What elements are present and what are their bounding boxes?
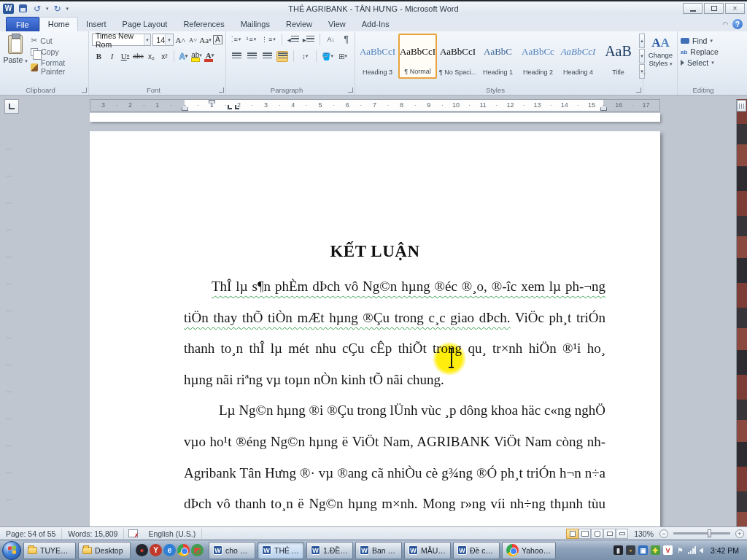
yahoo-messenger-app-icon[interactable]: Y (150, 544, 162, 556)
borders-icon[interactable]: ⊞▾ (337, 51, 349, 62)
change-styles-button[interactable]: AA Change Styles ▾ (646, 34, 675, 68)
document-body[interactable]: ThÎ lµ s¶n phÈm dÞch vô Ng©n hµng ®éc ®¸… (184, 271, 605, 520)
tab-file[interactable]: File (6, 17, 39, 31)
tab-view[interactable]: View (320, 17, 354, 31)
web-layout-view-icon[interactable] (591, 529, 603, 539)
align-left-icon[interactable] (231, 51, 242, 62)
style-heading-1[interactable]: AaBbCHeading 1 (479, 34, 517, 79)
taskbar-word-c-n[interactable]: WĐề cươn... (453, 542, 500, 559)
ruler-toggle-button[interactable] (737, 100, 746, 112)
language-indicator[interactable]: English (U.S.) (142, 529, 201, 538)
document-line[interactable]: thanh to¸n thÎ lµ mét nhu cÇu cÊp thiÕt … (184, 333, 605, 365)
cut-button[interactable]: ✂ Cut (31, 36, 86, 45)
style-title[interactable]: AaBTitle (599, 34, 638, 79)
draft-view-icon[interactable] (616, 529, 628, 539)
document-line[interactable]: vµo ho¹t ®éng Ng©n hµng ë ViÖt Nam, AGRI… (184, 427, 605, 458)
undo-dropdown-icon[interactable]: ▾ (46, 6, 49, 12)
chrome-app-icon[interactable] (177, 544, 190, 556)
tab-references[interactable]: References (175, 17, 232, 31)
app-tray-icon[interactable]: ▪ (626, 545, 635, 555)
style-normal[interactable]: AaBbCcI¶ Normal (398, 34, 437, 79)
font-dialog-launcher-icon[interactable] (219, 88, 224, 93)
find-button[interactable]: Find▾ (681, 36, 734, 45)
document-line[interactable]: tiÖn thay thÕ tiÒn mÆt hµng ®Çu trong c¸… (184, 303, 605, 334)
clipboard-dialog-launcher-icon[interactable] (82, 88, 87, 93)
minimize-button[interactable] (683, 3, 703, 14)
bullets-icon[interactable]: ⁚≡▾ (231, 34, 242, 45)
style-heading-3[interactable]: AaBbCcIHeading 3 (358, 34, 397, 79)
close-button[interactable]: × (725, 3, 745, 14)
select-button[interactable]: Select▾ (681, 58, 734, 67)
document-area[interactable]: KẾT LUẬN ThÎ lµ s¶n phÈm dÞch vô Ng©n hµ… (0, 112, 736, 526)
align-center-icon[interactable] (246, 51, 258, 62)
strikethrough-icon[interactable]: abc (133, 50, 144, 62)
word-logo-icon[interactable]: W (3, 4, 14, 14)
internet-app-icon[interactable]: e (163, 544, 176, 556)
outline-view-icon[interactable] (603, 529, 616, 539)
change-case-icon[interactable]: Aa▾ (200, 34, 211, 46)
save-icon[interactable] (17, 4, 28, 14)
volume-tray-icon[interactable] (699, 548, 703, 553)
zoom-slider-thumb[interactable] (708, 529, 711, 537)
taskbar-word-1-c[interactable]: W1.ĐỀ CƯ... (306, 542, 353, 559)
start-button[interactable] (2, 541, 21, 560)
shading-icon[interactable]: 🪣▾ (322, 51, 333, 62)
taskbar-chrome-window[interactable]: Yahoo M... (502, 542, 556, 559)
full-screen-reading-view-icon[interactable] (578, 529, 591, 539)
tab-add-ins[interactable]: Add-Ins (354, 17, 398, 31)
italic-icon[interactable]: I (107, 50, 117, 62)
media-tray-icon[interactable]: ▮ (614, 545, 623, 555)
tab-mailings[interactable]: Mailings (233, 17, 278, 31)
document-line[interactable]: Lµ Ng©n hµng ®i ®Çu trong lÜnh vùc ¸p dô… (184, 395, 605, 427)
line-spacing-icon[interactable]: ↕▾ (299, 51, 311, 62)
help-icon[interactable]: ? (732, 19, 743, 29)
subscript-icon[interactable]: x₂ (146, 50, 157, 62)
zoom-level[interactable]: 130% (631, 529, 657, 538)
action-center-tray-icon[interactable]: ⚑ (676, 545, 685, 555)
restore-button[interactable] (704, 3, 724, 14)
taskbar-folder-desktop[interactable]: Desktop (78, 542, 131, 559)
style-heading-2[interactable]: AaBbCcHeading 2 (519, 34, 557, 79)
numbering-icon[interactable]: ¹≡▾ (246, 34, 258, 45)
photo-app-icon[interactable]: ◩ (191, 544, 204, 556)
collapse-ribbon-icon[interactable]: ◠ (722, 20, 728, 28)
decrease-indent-icon[interactable]: ◂ (287, 34, 299, 45)
document-line[interactable]: ThÎ lµ s¶n phÈm dÞch vô Ng©n hµng ®éc ®¸… (184, 271, 605, 303)
underline-icon[interactable]: U▾ (120, 50, 131, 62)
tab-stop-selector[interactable] (4, 99, 19, 114)
multilevel-list-icon[interactable]: ⋮≡▾ (261, 34, 276, 45)
document-line[interactable]: Agribank Tân Hưng ®· vµ ®ang cã nhiÒu cè… (184, 458, 605, 489)
show-hide-paragraph-icon[interactable]: ¶ (341, 34, 352, 45)
highlight-color-icon[interactable]: ab▾ (191, 50, 202, 62)
taskbar-word-ban-han[interactable]: WBan han... (355, 542, 402, 559)
tab-insert[interactable]: Insert (78, 17, 115, 31)
undo-icon[interactable]: ↺ (31, 4, 43, 14)
word-count[interactable]: Words: 15,809 (62, 529, 123, 538)
display-tray-icon[interactable]: ▣ (638, 545, 648, 555)
font-size-combo[interactable]: 14▾ (152, 34, 174, 46)
style-heading-4[interactable]: AaBbCcIHeading 4 (559, 34, 597, 79)
taskbar-folder-tuyen-d[interactable]: TUYEN D... (23, 542, 76, 559)
zoom-in-icon[interactable]: + (735, 529, 744, 538)
zoom-slider[interactable] (673, 532, 730, 534)
text-effects-icon[interactable]: A▾ (178, 50, 189, 62)
taskbar-word-cho-vay[interactable]: Wcho vay ... (209, 542, 255, 559)
tab-home[interactable]: Home (39, 17, 78, 31)
bold-icon[interactable]: B (93, 50, 104, 62)
grow-font-icon[interactable]: A˄ (175, 34, 186, 46)
increase-indent-icon[interactable]: ▸ (303, 34, 314, 45)
media-player-app-icon[interactable]: ● (136, 544, 148, 556)
font-color-icon[interactable]: A▾ (204, 50, 215, 62)
style-no-spaci[interactable]: AaBbCcI¶ No Spaci... (438, 34, 477, 79)
page-count[interactable]: Page: 54 of 55 (0, 529, 61, 538)
paste-button[interactable]: Paste ▾ (3, 34, 28, 76)
styles-dialog-launcher-icon[interactable] (636, 88, 641, 93)
update-tray-icon[interactable]: ✚ (651, 545, 660, 555)
format-painter-button[interactable]: Format Painter (31, 58, 86, 76)
clear-formatting-icon[interactable]: 🄰 (212, 34, 223, 46)
tab-review[interactable]: Review (278, 17, 320, 31)
qat-customize-icon[interactable]: ▾ (66, 6, 69, 12)
vertical-scrollbar[interactable] (736, 99, 747, 526)
shrink-font-icon[interactable]: A˅ (187, 34, 198, 46)
horizontal-ruler[interactable]: 3211234567891011121314151617············… (90, 99, 660, 112)
